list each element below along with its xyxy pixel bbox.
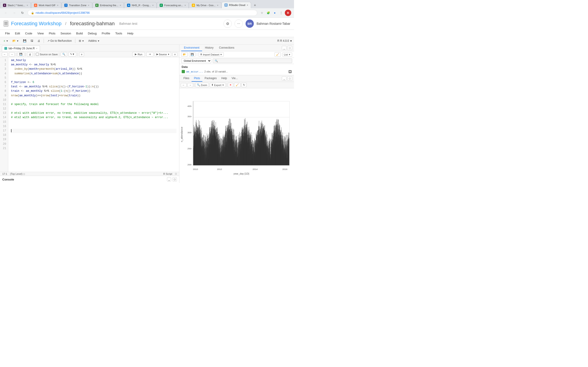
menu-help[interactable]: Help: [125, 31, 136, 36]
code-area[interactable]: 1 2 3 4 5 6 7 8 9 10 11 12 13 14 15 16 1: [0, 57, 179, 172]
tab-embracing-close[interactable]: ×: [120, 4, 121, 7]
env-maximize-button[interactable]: □: [287, 46, 292, 50]
tab-files[interactable]: Files: [181, 75, 191, 82]
tab-transition-close[interactable]: ×: [88, 4, 89, 7]
user-avatar[interactable]: BR: [246, 19, 254, 28]
tab-slack-close[interactable]: ×: [27, 4, 28, 7]
grid-dropdown[interactable]: ▼: [82, 40, 84, 42]
settings-button[interactable]: ⚙: [224, 19, 232, 28]
menu-profile[interactable]: Profile: [99, 31, 112, 36]
console-maximize-button[interactable]: □: [173, 177, 177, 181]
menu-plots[interactable]: Plots: [46, 31, 58, 36]
tab-drive[interactable]: D My Drive - Goo... ×: [189, 2, 221, 8]
refresh-plot-button[interactable]: ↻: [242, 83, 247, 87]
delete-plot-button[interactable]: ✕: [228, 83, 233, 87]
new-tab-button[interactable]: +: [252, 2, 258, 8]
scope-dropdown[interactable]: ⬡: [23, 173, 25, 175]
spellcheck-button[interactable]: ✎▼: [69, 52, 76, 56]
source-dropdown[interactable]: ▼: [167, 53, 170, 56]
tab-slack[interactable]: S Slack | * forec... ×: [0, 2, 31, 8]
more-options-button[interactable]: ···: [234, 19, 243, 28]
tab-gif[interactable]: G Work Hard GIF ×: [31, 2, 61, 8]
tab-rstudio-close[interactable]: ×: [247, 4, 248, 6]
save-button[interactable]: 💾: [21, 38, 28, 43]
menu-tools[interactable]: Tools: [113, 31, 124, 36]
console-minimize-button[interactable]: _: [167, 177, 171, 181]
files-minimize-button[interactable]: _: [282, 76, 286, 81]
tab-forecasting-close[interactable]: ×: [184, 4, 186, 7]
settings-icon[interactable]: ⋮: [278, 10, 284, 16]
clear-env-button[interactable]: 🧹: [275, 52, 281, 57]
print-script-button[interactable]: 🖨: [27, 52, 33, 56]
back-button[interactable]: ←: [3, 10, 9, 16]
print-button[interactable]: 🖨: [36, 38, 42, 43]
outline-button[interactable]: ≡: [79, 52, 84, 56]
tab-help[interactable]: Help: [219, 75, 229, 82]
reload-button[interactable]: ↻: [19, 10, 26, 16]
tab-transition[interactable]: T Transition Zone ×: [61, 2, 92, 8]
source-button[interactable]: ▶ Source ▼: [155, 52, 171, 56]
redo-button[interactable]: →: [9, 52, 15, 56]
env-minimize-button[interactable]: _: [282, 46, 286, 50]
tab-gif-close[interactable]: ×: [57, 4, 58, 7]
hamburger-menu[interactable]: ☰: [4, 21, 8, 27]
prev-plot-button[interactable]: ←: [181, 83, 187, 87]
env-search-input[interactable]: [213, 58, 292, 63]
fold-button[interactable]: ≡: [173, 52, 177, 56]
go-to-file-button[interactable]: ↗ Go to file/function: [46, 38, 73, 43]
tab-connections[interactable]: Connections: [216, 45, 237, 51]
load-workspace-button[interactable]: 📂: [181, 52, 188, 57]
save-workspace-button[interactable]: 💾: [189, 52, 195, 57]
sync-icon[interactable]: ●: [272, 10, 277, 16]
next-plot-button[interactable]: →: [187, 83, 193, 87]
tab-plots[interactable]: Plots: [191, 75, 202, 82]
run-all-button[interactable]: ⇒: [146, 52, 153, 56]
open-dropdown[interactable]: ▼: [17, 40, 19, 42]
bookmarks-icon[interactable]: ☆: [259, 10, 265, 16]
export-dropdown[interactable]: ▼: [222, 84, 224, 86]
addins-dropdown[interactable]: ▼: [97, 40, 100, 42]
script-type-dropdown[interactable]: ⬡: [175, 173, 177, 175]
tab-nhs[interactable]: N NHS_R - Goog... ×: [124, 2, 157, 8]
code-content[interactable]: ae_hourly ae_monthly <- ae_hourly %>% in…: [8, 57, 179, 172]
undo-button[interactable]: ←: [2, 52, 8, 56]
search-button[interactable]: 🔍: [61, 52, 67, 56]
list-dropdown[interactable]: ▼: [288, 53, 291, 56]
addins-button[interactable]: Addins ▼: [86, 38, 101, 43]
menu-build[interactable]: Build: [74, 31, 85, 36]
view-data-button[interactable]: 🔲: [288, 70, 292, 73]
tab-rstudio[interactable]: R RStudio Cloud ×: [221, 2, 251, 8]
import-dataset-button[interactable]: ⬇ Import Dataset ▼: [199, 52, 224, 57]
tab-drive-close[interactable]: ×: [217, 4, 218, 7]
export-button[interactable]: ⬆ Export ▼: [210, 83, 226, 87]
menu-view[interactable]: View: [35, 31, 46, 36]
save-all-button[interactable]: 🖫: [29, 38, 35, 43]
clear-plots-button[interactable]: 🧹: [234, 83, 241, 87]
menu-file[interactable]: File: [3, 31, 12, 36]
menu-debug[interactable]: Debug: [86, 31, 99, 36]
url-bar[interactable]: 🔒 rstudio.cloud/spaces/68428/project/139…: [27, 10, 257, 16]
menu-code[interactable]: Code: [23, 31, 35, 36]
tab-embracing[interactable]: E Embracing the... ×: [92, 2, 124, 8]
tab-nhs-close[interactable]: ×: [152, 4, 154, 7]
zoom-button[interactable]: 🔍 Zoom: [195, 83, 209, 87]
new-file-dropdown[interactable]: ▼: [6, 40, 8, 42]
files-maximize-button[interactable]: □: [287, 76, 292, 81]
source-save-input[interactable]: [36, 53, 39, 56]
new-file-button[interactable]: + ▼: [2, 38, 10, 44]
open-file-button[interactable]: 📂 ▼: [11, 38, 20, 43]
tab-viewer[interactable]: Vie...: [229, 75, 240, 82]
tab-history[interactable]: History: [202, 45, 216, 51]
menu-edit[interactable]: Edit: [13, 31, 22, 36]
editor-tab-lab[interactable]: lab–Friday 26 June.R ×: [2, 46, 40, 51]
list-button[interactable]: List ▼: [282, 52, 292, 57]
import-dropdown[interactable]: ▼: [220, 53, 222, 56]
menu-session[interactable]: Session: [58, 31, 73, 36]
tab-environment[interactable]: Environment: [181, 45, 202, 51]
global-env-select[interactable]: Global Environment: [181, 58, 211, 63]
source-on-save-checkbox[interactable]: Source on Save: [36, 53, 58, 56]
tab-packages[interactable]: Packages: [202, 75, 219, 82]
r-version-dropdown[interactable]: ▼: [290, 40, 292, 42]
browser-user-avatar[interactable]: B: [285, 10, 291, 16]
run-button[interactable]: ▶ Run: [132, 52, 145, 56]
